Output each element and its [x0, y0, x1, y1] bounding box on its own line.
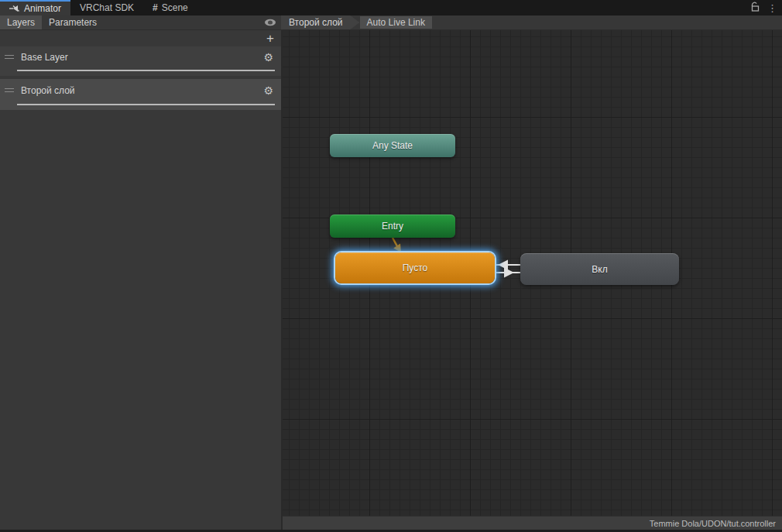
layer-row-base-layer[interactable]: Base Layer ⚙ — [0, 46, 281, 76]
kebab-menu-icon[interactable]: ⋮ — [767, 3, 777, 13]
scene-grid-icon: # — [153, 2, 158, 13]
eye-toggle[interactable] — [264, 15, 281, 29]
layers-toolbar: Layers Parameters — [0, 15, 281, 30]
drag-handle-icon[interactable] — [4, 49, 15, 63]
controller-path: Temmie Dola/UDON/tut.controller — [650, 519, 776, 528]
window-controls: ⋮ — [750, 0, 782, 15]
layers-panel: + Base Layer ⚙ Второй слой ⚙ — [0, 30, 281, 530]
node-label: Entry — [382, 221, 403, 232]
animator-icon — [9, 4, 20, 13]
node-pusto-selected[interactable]: Пусто — [335, 252, 495, 283]
auto-live-link-button[interactable]: Auto Live Link — [360, 16, 432, 29]
tab-vrchat-sdk-label: VRChat SDK — [80, 2, 134, 13]
layer-weight-bar[interactable] — [17, 70, 275, 71]
lock-icon[interactable] — [750, 1, 760, 15]
controller-path-statusbar: Temmie Dola/UDON/tut.controller — [283, 516, 782, 530]
layer-row-second-layer[interactable]: Второй слой ⚙ — [0, 79, 281, 110]
breadcrumb[interactable]: Второй слой — [281, 15, 360, 29]
tab-animator-label: Animator — [24, 3, 61, 14]
tab-layers-label: Layers — [7, 17, 35, 28]
layer-name: Второй слой — [21, 85, 263, 96]
state-machine-canvas[interactable]: Any State Entry Пусто Вкл Temmie Dola/UD… — [283, 30, 782, 530]
eye-icon — [264, 19, 276, 26]
node-any-state[interactable]: Any State — [330, 134, 455, 157]
layers-header: + — [0, 30, 281, 46]
node-label: Any State — [372, 140, 413, 151]
animator-window: Animator VRChat SDK # Scene ⋮ Layers Par… — [0, 0, 782, 532]
gear-icon[interactable]: ⚙ — [263, 51, 273, 63]
tab-layers[interactable]: Layers — [0, 15, 42, 29]
window-tab-bar: Animator VRChat SDK # Scene ⋮ — [0, 0, 782, 15]
tab-parameters-label: Parameters — [49, 17, 97, 28]
tab-animator[interactable]: Animator — [0, 0, 70, 15]
node-entry[interactable]: Entry — [330, 215, 455, 238]
tab-vrchat-sdk[interactable]: VRChat SDK — [70, 0, 143, 15]
gear-icon[interactable]: ⚙ — [263, 84, 273, 97]
tab-scene-label: Scene — [162, 2, 188, 13]
tab-scene[interactable]: # Scene — [143, 0, 197, 15]
node-label: Пусто — [403, 263, 428, 273]
layer-name: Base Layer — [21, 52, 263, 63]
graph-toolbar: Второй слой Auto Live Link — [281, 15, 782, 30]
drag-handle-icon[interactable] — [4, 82, 15, 96]
node-vkl[interactable]: Вкл — [520, 253, 679, 285]
breadcrumb-label: Второй слой — [289, 17, 343, 28]
layer-weight-bar[interactable] — [17, 104, 275, 105]
tab-parameters[interactable]: Parameters — [42, 15, 104, 29]
add-layer-button[interactable]: + — [266, 32, 274, 45]
auto-live-link-label: Auto Live Link — [367, 17, 425, 28]
transition-entry-to-pusto[interactable] — [393, 238, 401, 252]
node-label: Вкл — [592, 264, 607, 275]
